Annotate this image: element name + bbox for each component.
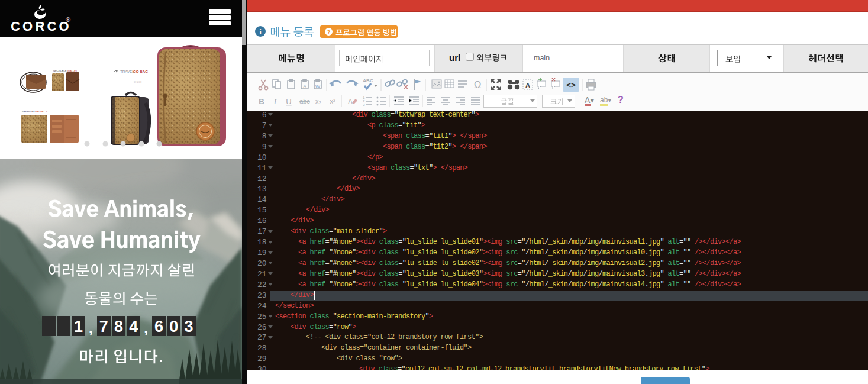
- svg-text:WALLET ?!: WALLET ?!: [35, 110, 47, 113]
- svg-text:TRAVEL: TRAVEL: [120, 69, 134, 73]
- svg-text:A: A: [348, 98, 353, 106]
- svg-text:W: W: [315, 83, 321, 89]
- svg-text:ABC: ABC: [363, 78, 373, 83]
- svg-text:x²: x²: [330, 98, 335, 105]
- svg-text:x₂: x₂: [315, 98, 321, 105]
- svg-text:NECKLACE: NECKLACE: [53, 69, 67, 72]
- svg-text:3: 3: [363, 103, 365, 107]
- svg-text:i: i: [259, 27, 262, 36]
- svg-text:B: B: [259, 97, 264, 106]
- svg-text:?: ?: [327, 28, 331, 35]
- svg-text:abc: abc: [299, 98, 310, 105]
- svg-text:Ω: Ω: [474, 79, 482, 91]
- svg-text:GO BAG: GO BAG: [133, 69, 148, 73]
- svg-text:<>: <>: [566, 81, 576, 90]
- svg-text:WALLET: WALLET: [67, 69, 78, 72]
- svg-text:I: I: [273, 97, 277, 106]
- svg-text:PASSPORT: PASSPORT: [22, 110, 36, 113]
- svg-text:A: A: [525, 82, 530, 89]
- svg-text:S I N C E: S I N C E: [134, 81, 141, 83]
- svg-text:A: A: [303, 83, 306, 89]
- svg-text:U: U: [286, 97, 291, 106]
